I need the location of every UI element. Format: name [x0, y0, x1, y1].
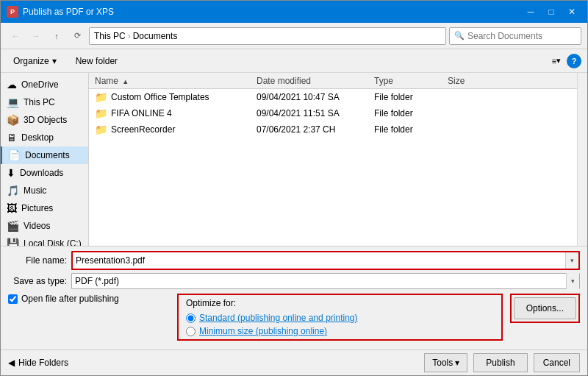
view-button[interactable]: ≡ ▾ — [548, 53, 565, 69]
hide-folders-label: Hide Folders — [18, 358, 68, 368]
search-input[interactable] — [467, 31, 578, 41]
sidebar-item-localc[interactable]: 💾 Local Disk (C:) — [1, 235, 88, 246]
scrollbar[interactable] — [577, 73, 587, 246]
music-icon: 🎵 — [7, 185, 19, 196]
view-controls: ≡ ▾ ? — [548, 53, 581, 69]
savetype-value: PDF (*.pdf) — [72, 276, 566, 286]
sidebar-item-videos[interactable]: 🎬 Videos — [1, 217, 88, 235]
file-list: 📁 Custom Office Templates 09/04/2021 10:… — [89, 89, 577, 246]
breadcrumb-sep: › — [128, 31, 131, 41]
main-content: ☁ OneDrive 💻 This PC 📦 3D Objects 🖥 Desk… — [1, 73, 587, 246]
sidebar-label-documents: Documents — [25, 150, 70, 160]
sidebar-label-downloads: Downloads — [20, 168, 63, 178]
sidebar-item-pictures[interactable]: 🖼 Pictures — [1, 199, 88, 217]
sidebar-item-3dobjects[interactable]: 📦 3D Objects — [1, 111, 88, 129]
documents-icon: 📄 — [8, 149, 21, 161]
tools-button[interactable]: Tools ▾ — [424, 353, 467, 372]
options-button[interactable]: Options... — [514, 297, 576, 319]
radio-minimum[interactable] — [186, 327, 196, 336]
col-header-type[interactable]: Type — [371, 76, 445, 86]
filename-row: File name: ▾ — [8, 251, 580, 270]
filename-dropdown-arrow[interactable]: ▾ — [565, 252, 578, 269]
open-after-checkbox[interactable] — [8, 294, 18, 304]
videos-icon: 🎬 — [7, 220, 19, 232]
new-folder-button[interactable]: New folder — [69, 53, 124, 69]
folder-icon: 📁 — [95, 91, 107, 103]
action-bar: Organize ▾ New folder ≡ ▾ ? — [1, 49, 587, 73]
title-bar: P Publish as PDF or XPS ─ □ ✕ — [1, 1, 587, 23]
file-header: Name ▲ Date modified Type Size — [89, 73, 577, 89]
sidebar-item-downloads[interactable]: ⬇ Downloads — [1, 164, 88, 182]
organize-button[interactable]: Organize ▾ — [7, 53, 63, 69]
sidebar-item-desktop[interactable]: 🖥 Desktop — [1, 129, 88, 146]
sidebar-item-thispc[interactable]: 💻 This PC — [1, 93, 88, 111]
footer-bar: ◀ Hide Folders Tools ▾ Publish Cancel — [1, 350, 587, 375]
savetype-dropdown-arrow[interactable]: ▾ — [566, 273, 579, 289]
close-button[interactable]: ✕ — [562, 4, 581, 19]
publish-dialog: P Publish as PDF or XPS ─ □ ✕ ← → ↑ ⟳ Th… — [0, 0, 588, 376]
sidebar-label-localc: Local Disk (C:) — [24, 238, 82, 246]
minimize-button[interactable]: ─ — [521, 4, 540, 19]
file-name: ScreenRecorder — [111, 124, 175, 135]
table-row[interactable]: 📁 FIFA ONLINE 4 09/04/2021 11:51 SA File… — [89, 105, 577, 121]
publish-button[interactable]: Publish — [473, 353, 527, 372]
window-title: Publish as PDF or XPS — [23, 7, 521, 17]
sidebar-label-videos: Videos — [24, 221, 50, 231]
file-date: 09/04/2021 11:51 SA — [254, 108, 371, 118]
table-row[interactable]: 📁 ScreenRecorder 07/06/2021 2:37 CH File… — [89, 121, 577, 138]
pictures-icon: 🖼 — [7, 202, 17, 214]
onedrive-icon: ☁ — [7, 79, 17, 91]
file-date: 09/04/2021 10:47 SA — [254, 92, 371, 102]
window-controls: ─ □ ✕ — [521, 4, 581, 19]
optimize-title: Optimize for: — [186, 298, 494, 308]
sort-arrow: ▲ — [122, 78, 129, 85]
sidebar-label-pictures: Pictures — [21, 203, 53, 213]
open-after-label: Open file after publishing — [21, 294, 119, 304]
radio-standard[interactable] — [186, 313, 196, 323]
file-type: File folder — [371, 92, 445, 102]
options-row: Open file after publishing Optimize for:… — [8, 294, 580, 341]
sidebar-label-onedrive: OneDrive — [21, 79, 59, 90]
file-name: FIFA ONLINE 4 — [111, 108, 172, 118]
radio-minimum-label[interactable]: Minimum size (publishing online) — [199, 326, 327, 336]
sidebar-item-documents[interactable]: 📄 Documents — [1, 146, 88, 164]
radio-standard-label[interactable]: Standard (publishing online and printing… — [199, 313, 357, 323]
hide-folders-arrow: ◀ — [8, 358, 15, 368]
folder-icon: 📁 — [95, 124, 107, 135]
desktop-icon: 🖥 — [7, 132, 17, 143]
optimize-box: Optimize for: Standard (publishing onlin… — [177, 294, 503, 341]
downloads-icon: ⬇ — [7, 167, 15, 179]
cancel-button[interactable]: Cancel — [534, 353, 580, 372]
forward-button[interactable]: → — [27, 27, 45, 45]
hide-folders-button[interactable]: ◀ Hide Folders — [8, 358, 68, 368]
filename-input[interactable] — [73, 252, 565, 269]
col-header-size[interactable]: Size — [445, 76, 503, 86]
sidebar-item-music[interactable]: 🎵 Music — [1, 182, 88, 199]
app-icon: P — [7, 6, 18, 18]
file-type: File folder — [371, 124, 445, 135]
refresh-button[interactable]: ⟳ — [68, 27, 86, 45]
file-date: 07/06/2021 2:37 CH — [254, 124, 371, 135]
savetype-label: Save as type: — [8, 276, 67, 286]
search-bar[interactable]: 🔍 — [449, 27, 581, 45]
table-row[interactable]: 📁 Custom Office Templates 09/04/2021 10:… — [89, 89, 577, 105]
back-button[interactable]: ← — [7, 27, 24, 45]
up-button[interactable]: ↑ — [48, 27, 65, 45]
help-button[interactable]: ? — [567, 54, 581, 68]
radio-minimum-row: Minimum size (publishing online) — [186, 326, 494, 336]
maximize-button[interactable]: □ — [542, 4, 561, 19]
sidebar-label-thispc: This PC — [24, 97, 55, 107]
nav-toolbar: ← → ↑ ⟳ This PC › Documents 🔍 — [1, 23, 587, 49]
col-header-date[interactable]: Date modified — [254, 76, 371, 86]
breadcrumb[interactable]: This PC › Documents — [89, 27, 446, 45]
sidebar-label-3dobjects: 3D Objects — [24, 115, 67, 125]
filename-input-wrapper: ▾ — [71, 251, 580, 270]
breadcrumb-part1: This PC — [94, 31, 126, 41]
sidebar-label-desktop: Desktop — [21, 132, 54, 143]
file-type: File folder — [371, 108, 445, 118]
savetype-select[interactable]: PDF (*.pdf) ▾ — [71, 273, 580, 289]
col-header-name[interactable]: Name ▲ — [92, 76, 254, 86]
file-area: Name ▲ Date modified Type Size 📁 Custo — [89, 73, 577, 246]
sidebar-label-music: Music — [24, 185, 46, 196]
sidebar-item-onedrive[interactable]: ☁ OneDrive — [1, 76, 88, 93]
